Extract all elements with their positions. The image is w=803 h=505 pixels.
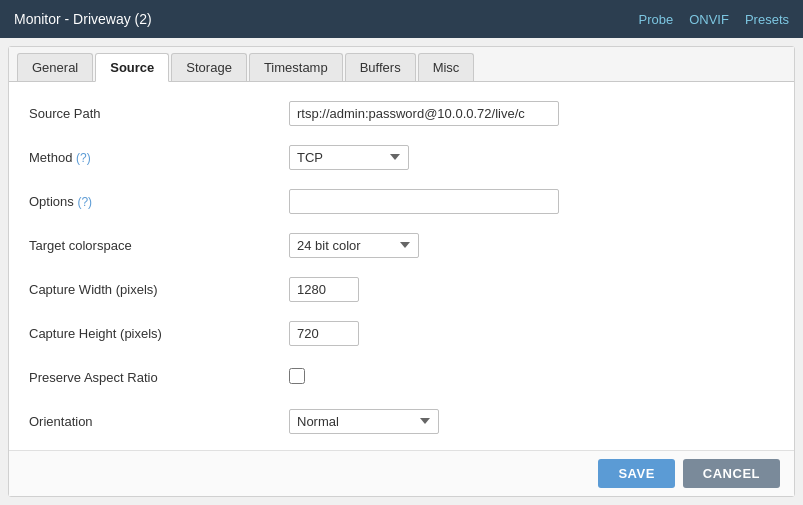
colorspace-select[interactable]: 24 bit color 8 bit gray 16 bit gray [289,233,419,258]
method-label: Method (?) [29,150,289,165]
tab-misc[interactable]: Misc [418,53,475,81]
source-path-control [289,101,609,126]
titlebar-links: Probe ONVIF Presets [638,12,789,27]
tab-general[interactable]: General [17,53,93,81]
tab-storage[interactable]: Storage [171,53,247,81]
options-input[interactable] [289,189,559,214]
preserve-aspect-label: Preserve Aspect Ratio [29,370,289,385]
colorspace-control: 24 bit color 8 bit gray 16 bit gray [289,233,609,258]
probe-link[interactable]: Probe [638,12,673,27]
main-panel: General Source Storage Timestamp Buffers… [8,46,795,497]
tab-buffers[interactable]: Buffers [345,53,416,81]
cancel-button[interactable]: CANCEL [683,459,780,488]
presets-link[interactable]: Presets [745,12,789,27]
form-area: Source Path Method (?) TCP UDP HTTP Op [9,82,794,450]
orientation-select[interactable]: Normal Rotate 90 Rotate 180 Rotate 270 F… [289,409,439,434]
source-path-input[interactable] [289,101,559,126]
tab-source[interactable]: Source [95,53,169,82]
source-path-label: Source Path [29,106,289,121]
colorspace-row: Target colorspace 24 bit color 8 bit gra… [29,230,774,260]
capture-width-row: Capture Width (pixels) [29,274,774,304]
capture-height-input[interactable] [289,321,359,346]
orientation-control: Normal Rotate 90 Rotate 180 Rotate 270 F… [289,409,609,434]
capture-width-control [289,277,609,302]
options-help[interactable]: (?) [77,195,92,209]
footer: SAVE CANCEL [9,450,794,496]
method-control: TCP UDP HTTP [289,145,609,170]
options-label: Options (?) [29,194,289,209]
capture-width-input[interactable] [289,277,359,302]
method-help[interactable]: (?) [76,151,91,165]
capture-height-row: Capture Height (pixels) [29,318,774,348]
orientation-label: Orientation [29,414,289,429]
tabs-bar: General Source Storage Timestamp Buffers… [9,47,794,82]
preserve-aspect-checkbox[interactable] [289,368,305,384]
method-row: Method (?) TCP UDP HTTP [29,142,774,172]
source-path-row: Source Path [29,98,774,128]
orientation-row: Orientation Normal Rotate 90 Rotate 180 … [29,406,774,436]
capture-width-label: Capture Width (pixels) [29,282,289,297]
method-select[interactable]: TCP UDP HTTP [289,145,409,170]
options-control [289,189,609,214]
colorspace-label: Target colorspace [29,238,289,253]
tab-timestamp[interactable]: Timestamp [249,53,343,81]
preserve-aspect-row: Preserve Aspect Ratio [29,362,774,392]
capture-height-control [289,321,609,346]
preserve-aspect-control [289,368,609,387]
titlebar: Monitor - Driveway (2) Probe ONVIF Prese… [0,0,803,38]
capture-height-label: Capture Height (pixels) [29,326,289,341]
save-button[interactable]: SAVE [598,459,674,488]
options-row: Options (?) [29,186,774,216]
window-title: Monitor - Driveway (2) [14,11,152,27]
onvif-link[interactable]: ONVIF [689,12,729,27]
